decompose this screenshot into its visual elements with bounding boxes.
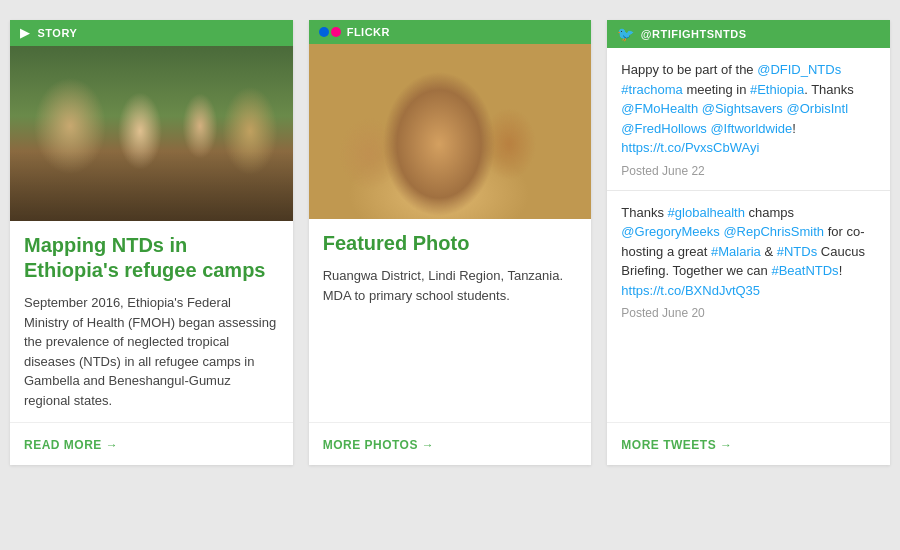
tweet-1-text: Happy to be part of the @DFID_NTDs #trac…: [621, 60, 876, 158]
tweet-2-hashtag-globalhealth: #globalhealth: [668, 205, 745, 220]
twitter-footer: MORE TWEETS: [607, 422, 890, 465]
tweet-1-mention-sightsavers: @Sightsavers: [702, 101, 783, 116]
tweet-2-link[interactable]: https://t.co/BXNdJvtQ35: [621, 283, 760, 298]
tweet-2-hashtag-ntds: #NTDs: [777, 244, 817, 259]
story-icon: ▶: [20, 26, 30, 40]
tweet-1-hashtag-ethiopia: #Ethiopia: [750, 82, 804, 97]
flickr-card: FLICKR Featured Photo Ruangwa District, …: [309, 20, 592, 465]
story-text: September 2016, Ethiopia's Federal Minis…: [24, 293, 279, 410]
tweet-1-hashtag-trachoma: #trachoma: [621, 82, 682, 97]
twitter-body: Happy to be part of the @DFID_NTDs #trac…: [607, 48, 890, 465]
flickr-more-photos[interactable]: MORE PHOTOS: [323, 438, 435, 452]
twitter-icon: 🐦: [617, 26, 635, 42]
story-body: Mapping NTDs in Ethiopia's refugee camps…: [10, 221, 293, 422]
tweet-2-hashtag-beat: #BeatNTDs: [771, 263, 838, 278]
flickr-text: Ruangwa District, Lindi Region, Tanzania…: [323, 266, 578, 410]
twitter-more-tweets[interactable]: MORE TWEETS: [621, 438, 732, 452]
tweet-1-mention-fred: @FredHollows: [621, 121, 706, 136]
tweet-1: Happy to be part of the @DFID_NTDs #trac…: [607, 48, 890, 191]
flickr-icon: [319, 27, 341, 37]
flickr-image: [309, 44, 592, 219]
twitter-tweets: Happy to be part of the @DFID_NTDs #trac…: [607, 48, 890, 422]
tweet-2-mention-meeks: @GregoryMeeks: [621, 224, 719, 239]
flickr-title: Featured Photo: [323, 231, 578, 256]
tweet-1-mention-orbis: @OrbisIntl: [787, 101, 849, 116]
tweet-1-mention-iftw: @Iftworldwide: [710, 121, 792, 136]
story-header-label: STORY: [38, 27, 78, 39]
story-title: Mapping NTDs in Ethiopia's refugee camps: [24, 233, 279, 283]
story-card: ▶ STORY Mapping NTDs in Ethiopia's refug…: [10, 20, 293, 465]
tweet-1-date: Posted June 22: [621, 164, 876, 178]
story-image: [10, 46, 293, 221]
story-read-more[interactable]: READ MORE: [24, 438, 118, 452]
flickr-card-header: FLICKR: [309, 20, 592, 44]
tweet-1-mention-fmohealth: @FMoHealth: [621, 101, 698, 116]
twitter-card: 🐦 @RTIFIGHTSNTDS Happy to be part of the…: [607, 20, 890, 465]
cards-container: ▶ STORY Mapping NTDs in Ethiopia's refug…: [10, 20, 890, 465]
twitter-header-label: @RTIFIGHTSNTDS: [641, 28, 747, 40]
flickr-header-label: FLICKR: [347, 26, 390, 38]
tweet-2-text: Thanks #globalhealth champs @GregoryMeek…: [621, 203, 876, 301]
tweet-2-mention-smith: @RepChrisSmith: [723, 224, 824, 239]
story-card-header: ▶ STORY: [10, 20, 293, 46]
tweet-2-hashtag-malaria: #Malaria: [711, 244, 761, 259]
twitter-card-header: 🐦 @RTIFIGHTSNTDS: [607, 20, 890, 48]
flickr-body: Featured Photo Ruangwa District, Lindi R…: [309, 219, 592, 422]
tweet-2: Thanks #globalhealth champs @GregoryMeek…: [607, 191, 890, 333]
tweet-1-link[interactable]: https://t.co/PvxsCbWAyi: [621, 140, 759, 155]
story-footer: READ MORE: [10, 422, 293, 465]
flickr-footer: MORE PHOTOS: [309, 422, 592, 465]
tweet-1-mention-dfid: @DFID_NTDs: [757, 62, 841, 77]
tweet-2-date: Posted June 20: [621, 306, 876, 320]
